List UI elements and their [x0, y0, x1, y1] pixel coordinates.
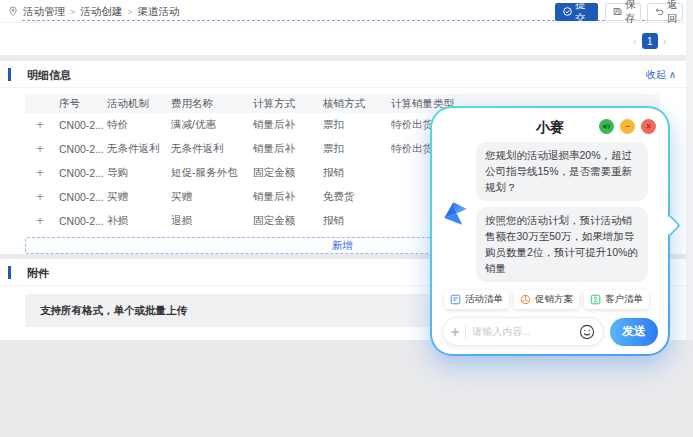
chip-activity-list[interactable]: 活动清单 [444, 290, 509, 309]
emoji-smiley-icon[interactable] [579, 324, 595, 340]
cell-mechanism: 补损 [103, 209, 167, 233]
expand-row-icon[interactable]: + [25, 161, 55, 185]
pagination-page-1[interactable]: 1 [642, 33, 658, 49]
send-button[interactable]: 发送 [610, 318, 658, 346]
cell-calc-method: 固定金额 [249, 209, 319, 233]
cell-seq: CN00-2... [55, 161, 103, 185]
cell-calc-method: 固定金额 [249, 161, 319, 185]
col-mechanism: 活动机制 [103, 94, 167, 113]
back-button-label: 返回 [667, 0, 678, 26]
chip-label: 促销方案 [535, 293, 573, 306]
breadcrumb-item-activity-create[interactable]: 活动创建 [80, 5, 122, 19]
col-fee-name: 费用名称 [167, 94, 249, 113]
voice-speaker-button[interactable] [599, 119, 614, 134]
expand-row-icon[interactable]: + [25, 185, 55, 209]
close-button[interactable]: ✕ [641, 119, 656, 134]
cell-verify-method: 票扣 [319, 137, 387, 161]
submit-button-label: 提交 [575, 0, 590, 26]
breadcrumb-separator: > [70, 7, 75, 17]
chip-promotion-plan[interactable]: 促销方案 [514, 290, 579, 309]
attach-plus-icon[interactable]: + [451, 324, 459, 340]
assistant-window: 小赛 – ✕ 您规划的活动退损率20%，超过公司指导线15%，是否需要重新规划？… [432, 108, 668, 354]
cell-fee-name: 买赠 [167, 185, 249, 209]
cell-seq: CN00-2... [55, 185, 103, 209]
speaker-icon [602, 122, 611, 131]
input-divider [465, 325, 466, 339]
cell-seq: CN00-2... [55, 209, 103, 233]
message-input-pill: + [442, 317, 604, 346]
cell-verify-method: 报销 [319, 209, 387, 233]
cell-fee-name: 满减/优惠 [167, 113, 249, 137]
cell-mechanism: 特价 [103, 113, 167, 137]
expand-row-icon[interactable]: + [25, 137, 55, 161]
save-disk-icon [613, 6, 622, 18]
col-calc-method: 计算方式 [249, 94, 319, 113]
cell-verify-method: 报销 [319, 161, 387, 185]
pagination-next-icon[interactable]: › [663, 35, 667, 47]
chip-customer-list[interactable]: 客户清单 [584, 290, 649, 309]
toolbar: 活动管理 > 活动创建 > 渠道活动 提交 保存 返回 [0, 0, 686, 23]
detail-section-header: 明细信息 收起 ∧ [0, 61, 686, 88]
breadcrumb-item-channel-activity[interactable]: 渠道活动 [138, 5, 180, 19]
cell-mechanism: 无条件返利 [103, 137, 167, 161]
cell-mechanism: 导购 [103, 161, 167, 185]
col-verify-method: 核销方式 [319, 94, 387, 113]
expand-row-icon[interactable]: + [25, 209, 55, 233]
breadcrumb-separator: > [127, 7, 132, 17]
col-seq: 序号 [55, 94, 103, 113]
breadcrumb-item-activity-management[interactable]: 活动管理 [23, 5, 65, 19]
cell-verify-method: 票扣 [319, 113, 387, 137]
pagination: ‹ 1 › [633, 33, 666, 49]
chip-label: 活动清单 [465, 293, 503, 306]
assistant-input-row: + 发送 [442, 317, 658, 346]
attachments-section-title: 附件 [27, 266, 49, 281]
minimize-icon: – [625, 122, 630, 131]
chevron-up-icon: ∧ [669, 69, 676, 80]
section-accent-bar [8, 68, 11, 81]
minimize-button[interactable]: – [620, 119, 635, 134]
save-button[interactable]: 保存 [605, 3, 641, 21]
assistant-messages: 您规划的活动退损率20%，超过公司指导线15%，是否需要重新规划？ 按照您的活动… [442, 142, 658, 282]
submit-button[interactable]: 提交 [555, 3, 598, 21]
cell-calc-method: 销量后补 [249, 185, 319, 209]
assistant-window-controls: – ✕ [599, 119, 656, 134]
detail-section-title: 明细信息 [27, 68, 71, 83]
cell-calc-method: 销量后补 [249, 113, 319, 137]
assistant-message-1: 您规划的活动退损率20%，超过公司指导线15%，是否需要重新规划？ [476, 142, 648, 201]
undo-arrow-icon [655, 6, 664, 18]
cell-mechanism: 买赠 [103, 185, 167, 209]
assistant-popup: 小赛 – ✕ 您规划的活动退损率20%，超过公司指导线15%，是否需要重新规划？… [430, 106, 670, 356]
location-pin-icon [8, 6, 18, 17]
assistant-header: 小赛 – ✕ [442, 116, 658, 138]
breadcrumb: 活动管理 > 活动创建 > 渠道活动 [8, 0, 180, 23]
cell-fee-name: 短促-服务外包 [167, 161, 249, 185]
quick-action-chips: 活动清单 促销方案 客户清单 [442, 290, 658, 309]
cell-fee-name: 无条件返利 [167, 137, 249, 161]
col-expand [25, 94, 55, 113]
add-row-label: 新增 [332, 239, 353, 253]
cell-verify-method: 免费货 [319, 185, 387, 209]
close-icon: ✕ [645, 123, 652, 131]
collapse-link[interactable]: 收起 ∧ [646, 68, 676, 82]
cell-calc-method: 销量后补 [249, 137, 319, 161]
back-button[interactable]: 返回 [647, 3, 683, 21]
cell-seq: CN00-2... [55, 113, 103, 137]
upload-hint-text: 支持所有格式，单个或批量上传 [40, 304, 187, 318]
check-circle-icon [563, 6, 572, 18]
chip-label: 客户清单 [605, 293, 643, 306]
cell-fee-name: 退损 [167, 209, 249, 233]
collapse-label: 收起 [646, 69, 666, 80]
document-list-icon [450, 294, 461, 305]
customer-person-icon [590, 294, 601, 305]
cell-seq: CN00-2... [55, 137, 103, 161]
assistant-avatar [442, 200, 469, 227]
promotion-wheel-icon [520, 294, 531, 305]
section-accent-bar [8, 266, 11, 279]
pagination-prev-icon[interactable]: ‹ [633, 35, 637, 47]
expand-row-icon[interactable]: + [25, 113, 55, 137]
assistant-message-2: 按照您的活动计划，预计活动销售额在30万至50万，如果增加导购员数量2位，预计可… [476, 207, 648, 282]
save-button-label: 保存 [625, 0, 636, 26]
app-page: 活动管理 > 活动创建 > 渠道活动 提交 保存 返回 ‹ 1 › [0, 0, 693, 437]
message-input[interactable] [472, 326, 573, 337]
scrollbar-track[interactable] [686, 0, 693, 340]
